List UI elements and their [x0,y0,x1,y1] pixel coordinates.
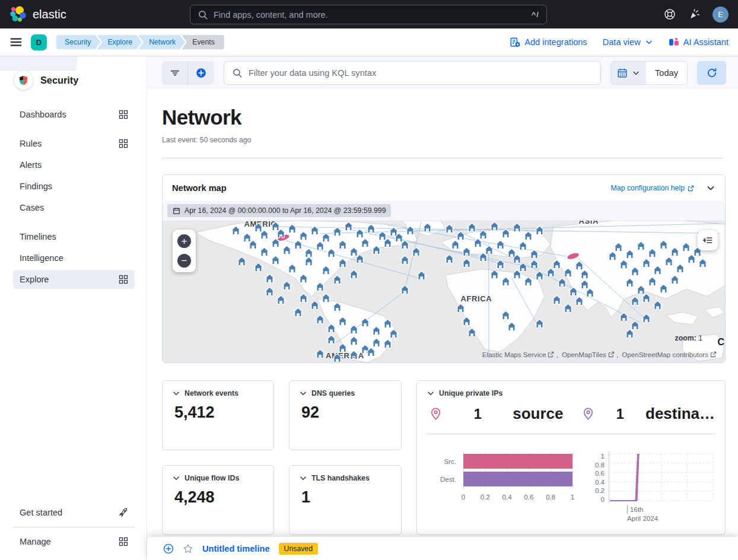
map-cluster-marker[interactable] [371,245,381,255]
map-cluster-marker[interactable] [489,221,500,231]
map-cluster-marker[interactable] [625,278,635,288]
breadcrumb-security[interactable]: Security [56,35,100,49]
map-cluster-marker[interactable] [659,240,669,250]
global-search-input[interactable]: Find apps, content, and more. ^/ [190,5,547,24]
map-cluster-marker[interactable] [315,349,325,359]
map-cluster-marker[interactable] [383,238,393,248]
map-cluster-marker[interactable] [287,224,297,234]
map-cluster-marker[interactable] [276,295,286,305]
map-cluster-marker[interactable] [625,329,635,339]
bar-src[interactable] [463,454,572,469]
collapse-panel-chevron-icon[interactable] [706,183,715,193]
map-cluster-marker[interactable] [630,296,640,306]
attribution-link[interactable]: OpenStreetMap contributors [622,351,717,358]
map-cluster-marker[interactable] [237,256,247,266]
help-icon[interactable] [664,8,676,20]
map-cluster-marker[interactable] [321,265,331,275]
map-cluster-marker[interactable] [512,222,522,233]
collapse-chevron-icon[interactable] [427,389,435,397]
map-cluster-marker[interactable] [360,317,370,327]
sidebar-item-alerts[interactable]: Alerts [13,155,135,174]
map-cluster-marker[interactable] [349,350,359,360]
map-cluster-marker[interactable] [349,324,359,335]
bar-dest[interactable] [463,472,572,486]
map-cluster-marker[interactable] [338,258,348,268]
collapse-chevron-icon[interactable] [172,389,180,397]
line-chart-plot[interactable] [609,452,713,503]
map-cluster-marker[interactable] [501,228,511,238]
map-cluster-marker[interactable] [282,245,292,255]
map-cluster-marker[interactable] [355,254,365,264]
map-cluster-marker[interactable] [321,293,331,303]
map-cluster-marker[interactable] [343,221,354,231]
map-cluster-marker[interactable] [580,269,590,279]
map-cluster-marker[interactable] [473,238,483,248]
zoom-out-button[interactable]: − [177,254,191,268]
map-cluster-marker[interactable] [670,247,680,257]
map-cluster-marker[interactable] [653,300,663,310]
map-date-range-chip[interactable]: Apr 16, 2024 @ 00:00:00.000 to Apr 16, 2… [167,204,391,217]
map-cluster-marker[interactable] [383,339,393,349]
map-cluster-marker[interactable] [298,273,308,284]
map-cluster-marker[interactable] [501,310,511,320]
timeline-title-link[interactable]: Untitled timeline [202,544,270,553]
sidebar-item-explore[interactable]: Explore [13,270,135,289]
kql-search-input[interactable]: Filter your data using KQL syntax [224,61,601,85]
map-cluster-marker[interactable] [400,285,410,295]
map-cluster-marker[interactable] [641,293,651,303]
date-picker-menu-button[interactable] [611,62,646,84]
map-cluster-marker[interactable] [326,323,336,333]
map-cluster-marker[interactable] [332,227,342,237]
map-cluster-marker[interactable] [659,284,669,294]
map-cluster-marker[interactable] [332,275,342,285]
map-cluster-marker[interactable] [271,255,281,265]
map-cluster-marker[interactable] [698,258,708,268]
favorite-star-icon[interactable] [183,543,193,554]
map-cluster-marker[interactable] [400,255,410,265]
apps-grid-icon[interactable] [119,110,128,119]
map-cluster-marker[interactable] [248,240,258,250]
date-range-button[interactable]: Today [646,62,687,84]
map-cluster-marker[interactable] [489,269,500,279]
sidebar-item-timelines[interactable]: Timelines [13,227,135,246]
map-cluster-marker[interactable] [647,276,657,287]
map-configuration-help-link[interactable]: Map configuration help [611,184,694,192]
map-cluster-marker[interactable] [619,312,629,322]
map-cluster-marker[interactable] [293,307,303,317]
map-cluster-marker[interactable] [557,278,567,288]
map-cluster-marker[interactable] [563,303,573,313]
map-cluster-marker[interactable] [326,335,336,345]
map-cluster-marker[interactable] [467,222,477,233]
map-cluster-marker[interactable] [523,231,533,241]
user-avatar[interactable]: E [712,7,729,23]
map-cluster-marker[interactable] [552,259,562,269]
add-integrations-button[interactable]: Add integrations [510,37,587,47]
map-cluster-marker[interactable] [265,273,275,284]
map-cluster-marker[interactable] [535,319,545,329]
map-cluster-marker[interactable] [625,249,635,259]
map-cluster-marker[interactable] [349,269,359,279]
map-cluster-marker[interactable] [310,300,320,310]
map-cluster-marker[interactable] [360,238,370,248]
map-cluster-marker[interactable] [675,263,685,273]
zoom-in-button[interactable]: + [177,234,191,248]
sidebar-item-manage[interactable]: Manage [13,532,135,552]
map-cluster-marker[interactable] [405,225,415,236]
map-cluster-marker[interactable] [552,295,562,305]
map-cluster-marker[interactable] [462,247,472,257]
refresh-button[interactable] [697,61,726,85]
map-cluster-marker[interactable] [630,266,640,276]
map-cluster-marker[interactable] [444,254,454,264]
add-filter-button[interactable] [188,61,214,85]
map-cluster-marker[interactable] [332,353,342,362]
sidebar-item-intelligence[interactable]: Intelligence [13,249,135,268]
map-cluster-marker[interactable] [293,240,303,250]
sidebar-item-rules[interactable]: Rules [13,134,135,153]
map-cluster-marker[interactable] [507,322,517,332]
map-cluster-marker[interactable] [670,275,680,285]
map-cluster-marker[interactable] [462,316,472,326]
map-cluster-marker[interactable] [450,240,460,250]
map-cluster-marker[interactable] [259,230,269,240]
map-cluster-marker[interactable] [276,228,286,238]
newsfeed-icon[interactable] [688,8,700,20]
